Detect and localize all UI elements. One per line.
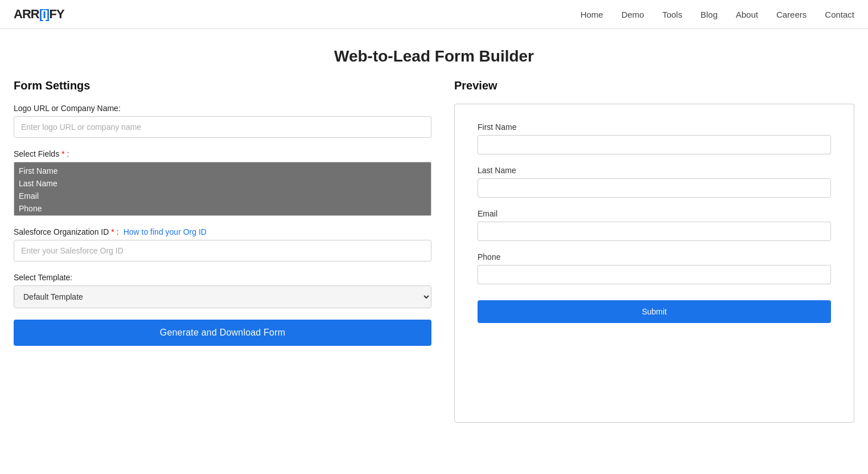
- preview-email-label: Email: [478, 209, 831, 218]
- org-id-help-link[interactable]: How to find your Org ID: [124, 227, 207, 236]
- nav-link-about[interactable]: About: [736, 10, 758, 19]
- select-fields-group: Select Fields * : First Name Last Name E…: [14, 149, 431, 216]
- logo-url-group: Logo URL or Company Name:: [14, 104, 431, 138]
- preview-last-name-group: Last Name: [478, 166, 831, 198]
- generate-btn-group: Generate and Download Form: [14, 320, 431, 346]
- option-first-name[interactable]: First Name: [14, 165, 431, 177]
- preview-first-name-label: First Name: [478, 122, 831, 132]
- logo: ARR[i]FY: [14, 7, 64, 22]
- preview-first-name-input[interactable]: [478, 135, 831, 154]
- page-title: Web-to-Lead Form Builder: [0, 47, 868, 66]
- nav-item-blog[interactable]: Blog: [701, 10, 718, 19]
- preview-email-input[interactable]: [478, 222, 831, 241]
- template-group: Select Template: Default Template Modern…: [14, 273, 431, 308]
- nav-item-contact[interactable]: Contact: [825, 10, 854, 19]
- nav-link-tools[interactable]: Tools: [663, 10, 682, 19]
- nav-item-tools[interactable]: Tools: [663, 10, 682, 19]
- org-id-label: Salesforce Organization ID: [14, 227, 109, 236]
- option-company[interactable]: Company: [14, 215, 431, 216]
- org-id-label-row: Salesforce Organization ID * : How to fi…: [14, 227, 431, 236]
- org-id-input[interactable]: [14, 240, 431, 261]
- page-title-section: Web-to-Lead Form Builder: [0, 29, 868, 79]
- preview-email-group: Email: [478, 209, 831, 241]
- select-fields-colon: :: [67, 149, 69, 158]
- template-select[interactable]: Default Template Modern Template Minimal…: [14, 285, 431, 308]
- form-settings-panel: Form Settings Logo URL or Company Name: …: [9, 79, 436, 423]
- fields-multiselect[interactable]: First Name Last Name Email Phone Company: [14, 162, 431, 216]
- option-last-name[interactable]: Last Name: [14, 177, 431, 190]
- option-phone[interactable]: Phone: [14, 202, 431, 215]
- preview-title: Preview: [454, 79, 854, 92]
- nav-link-careers[interactable]: Careers: [776, 10, 807, 19]
- option-email[interactable]: Email: [14, 190, 431, 202]
- template-label: Select Template:: [14, 273, 431, 282]
- nav-item-about[interactable]: About: [736, 10, 758, 19]
- form-settings-title: Form Settings: [14, 79, 431, 92]
- preview-first-name-group: First Name: [478, 122, 831, 154]
- select-fields-label-row: Select Fields * :: [14, 149, 431, 158]
- nav-link-contact[interactable]: Contact: [825, 10, 854, 19]
- nav-links: Home Demo Tools Blog About Careers Conta…: [581, 10, 854, 19]
- preview-phone-label: Phone: [478, 252, 831, 261]
- preview-phone-input[interactable]: [478, 265, 831, 284]
- generate-download-button[interactable]: Generate and Download Form: [14, 320, 431, 346]
- org-id-required: *: [111, 227, 114, 236]
- main-content: Form Settings Logo URL or Company Name: …: [0, 79, 868, 446]
- select-fields-label: Select Fields: [14, 149, 59, 158]
- org-id-colon: :: [117, 227, 119, 236]
- nav-link-blog[interactable]: Blog: [701, 10, 718, 19]
- nav-item-home[interactable]: Home: [581, 10, 603, 19]
- nav-item-careers[interactable]: Careers: [776, 10, 807, 19]
- preview-phone-group: Phone: [478, 252, 831, 284]
- preview-last-name-label: Last Name: [478, 166, 831, 175]
- nav-item-demo[interactable]: Demo: [622, 10, 644, 19]
- logo-url-label: Logo URL or Company Name:: [14, 104, 431, 113]
- nav-link-home[interactable]: Home: [581, 10, 603, 19]
- nav-link-demo[interactable]: Demo: [622, 10, 644, 19]
- preview-last-name-input[interactable]: [478, 178, 831, 198]
- logo-bracket: [i]: [39, 7, 50, 21]
- logo-url-input[interactable]: [14, 116, 431, 138]
- navbar: ARR[i]FY Home Demo Tools Blog About Care…: [0, 0, 868, 29]
- preview-box: First Name Last Name Email Phone Submit: [454, 104, 854, 423]
- preview-panel: Preview First Name Last Name Email Phone: [450, 79, 859, 423]
- org-id-group: Salesforce Organization ID * : How to fi…: [14, 227, 431, 261]
- preview-submit-button[interactable]: Submit: [478, 300, 831, 323]
- select-fields-required: *: [61, 149, 64, 158]
